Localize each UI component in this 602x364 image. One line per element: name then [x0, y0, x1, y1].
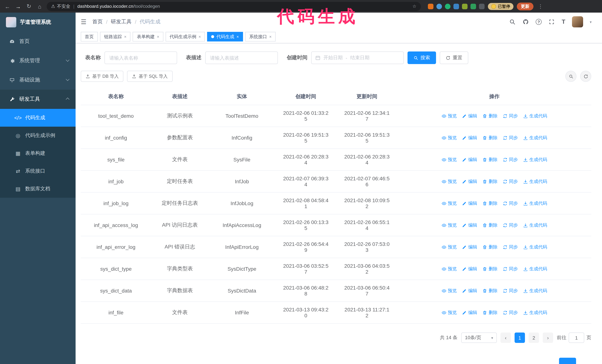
github-icon[interactable]	[522, 19, 529, 25]
preview-link[interactable]: 预览	[441, 309, 457, 316]
font-size-icon[interactable]: T	[562, 19, 565, 25]
sync-link[interactable]: 同步	[503, 200, 518, 207]
tab-codegen[interactable]: 代码生成×	[207, 32, 243, 42]
preview-link[interactable]: 预览	[441, 156, 457, 163]
generate-code-link[interactable]: 生成代码	[523, 244, 547, 250]
sync-link[interactable]: 同步	[503, 178, 518, 185]
tab-form-builder[interactable]: 表单构建×	[133, 32, 163, 42]
avatar-caret-icon[interactable]: ▾	[590, 20, 592, 24]
sync-link[interactable]: 同步	[503, 113, 518, 119]
reset-button[interactable]: 重置	[440, 52, 468, 64]
delete-link[interactable]: 删除	[482, 288, 497, 294]
not-secure-warning[interactable]: ⚠ 不安全	[51, 3, 70, 10]
close-icon[interactable]: ×	[236, 34, 239, 39]
extension-icon[interactable]	[471, 3, 476, 9]
app-logo[interactable]: 芋道管理系统	[0, 13, 75, 32]
edit-link[interactable]: 编辑	[462, 288, 477, 294]
goto-page-input[interactable]	[569, 333, 584, 343]
delete-link[interactable]: 删除	[482, 156, 497, 163]
edit-link[interactable]: 编辑	[462, 266, 477, 272]
edit-link[interactable]: 编辑	[462, 200, 477, 207]
generate-code-link[interactable]: 生成代码	[523, 113, 547, 119]
generate-code-link[interactable]: 生成代码	[523, 178, 547, 185]
generate-code-link[interactable]: 生成代码	[523, 309, 547, 316]
extension-icon[interactable]	[462, 3, 468, 9]
sidebar-item-system-management[interactable]: 系统管理	[0, 51, 75, 70]
home-icon[interactable]: ⌂	[36, 3, 43, 10]
generate-code-link[interactable]: 生成代码	[523, 135, 547, 141]
preview-link[interactable]: 预览	[441, 222, 457, 228]
preview-link[interactable]: 预览	[441, 178, 457, 185]
generate-code-link[interactable]: 生成代码	[523, 266, 547, 272]
preview-link[interactable]: 预览	[441, 200, 457, 207]
next-page-button[interactable]: ›	[543, 333, 553, 343]
preview-link[interactable]: 预览	[441, 244, 457, 250]
delete-link[interactable]: 删除	[482, 178, 497, 185]
edit-link[interactable]: 编辑	[462, 309, 477, 316]
sidebar-item-code-generation-example[interactable]: ◎ 代码生成示例	[0, 127, 75, 145]
preview-link[interactable]: 预览	[441, 113, 457, 119]
delete-link[interactable]: 删除	[482, 222, 497, 228]
preview-link[interactable]: 预览	[441, 135, 457, 141]
delete-link[interactable]: 删除	[482, 113, 497, 119]
delete-link[interactable]: 删除	[482, 200, 497, 207]
extension-icon[interactable]	[453, 3, 459, 9]
breadcrumb-dev-tools[interactable]: 研发工具	[111, 19, 131, 25]
close-icon[interactable]: ×	[199, 34, 201, 39]
user-avatar[interactable]	[572, 16, 583, 27]
table-desc-input[interactable]	[205, 52, 278, 64]
close-icon[interactable]: ×	[269, 34, 272, 39]
import-db-button[interactable]: 基于 DB 导入	[81, 71, 124, 82]
page-size-select[interactable]: 10条/页 ▾	[461, 333, 497, 343]
edit-link[interactable]: 编辑	[462, 156, 477, 163]
sync-link[interactable]: 同步	[503, 244, 518, 250]
sidebar-item-dev-tools[interactable]: 研发工具	[0, 90, 75, 109]
prev-page-button[interactable]: ‹	[501, 333, 511, 343]
edit-link[interactable]: 编辑	[462, 222, 477, 228]
page-button-1[interactable]: 1	[515, 333, 525, 343]
extension-icon[interactable]	[428, 3, 433, 9]
sync-link[interactable]: 同步	[503, 266, 518, 272]
sidebar-item-database-doc[interactable]: ▤ 数据库文档	[0, 180, 75, 198]
sync-link[interactable]: 同步	[503, 156, 518, 163]
floating-button[interactable]	[559, 358, 576, 364]
date-range-picker[interactable]: 开始日期 - 结束日期	[311, 52, 404, 64]
address-bar[interactable]: ⚠ 不安全 | dashboard.yudao.iocoder.cn/tool/…	[47, 2, 421, 11]
preview-link[interactable]: 预览	[441, 266, 457, 272]
sync-link[interactable]: 同步	[503, 135, 518, 141]
tab-codegen-example[interactable]: 代码生成示例×	[166, 32, 205, 42]
chrome-update-button[interactable]: 更新	[517, 2, 533, 10]
generate-code-link[interactable]: 生成代码	[523, 156, 547, 163]
edit-link[interactable]: 编辑	[462, 244, 477, 250]
delete-link[interactable]: 删除	[482, 309, 497, 316]
profile-paused-badge[interactable]: 已暂停	[488, 3, 514, 10]
puzzle-extension-icon[interactable]	[479, 3, 484, 9]
tab-home[interactable]: 首页	[81, 32, 98, 42]
sync-link[interactable]: 同步	[503, 222, 518, 228]
tab-trace[interactable]: 链路追踪×	[100, 32, 130, 42]
extension-icon[interactable]	[436, 3, 442, 9]
import-sql-button[interactable]: 基于 SQL 导入	[127, 71, 172, 82]
sidebar-item-home[interactable]: 首页	[0, 32, 75, 51]
edit-link[interactable]: 编辑	[462, 178, 477, 185]
generate-code-link[interactable]: 生成代码	[523, 200, 547, 207]
search-button[interactable]: 搜索	[408, 52, 436, 64]
edit-link[interactable]: 编辑	[462, 135, 477, 141]
fullscreen-icon[interactable]	[548, 19, 555, 25]
help-icon[interactable]: ?	[536, 19, 542, 25]
forward-icon[interactable]: →	[14, 3, 22, 10]
toggle-search-button[interactable]	[565, 71, 576, 82]
delete-link[interactable]: 删除	[482, 135, 497, 141]
delete-link[interactable]: 删除	[482, 244, 497, 250]
page-button-2[interactable]: 2	[529, 333, 539, 343]
back-icon[interactable]: ←	[4, 3, 11, 10]
extension-icon[interactable]	[445, 3, 451, 9]
tab-system-api[interactable]: 系统接口×	[245, 32, 276, 42]
edit-link[interactable]: 编辑	[462, 113, 477, 119]
sidebar-item-code-generation[interactable]: </> 代码生成	[0, 109, 75, 127]
sidebar-item-infrastructure[interactable]: 基础设施	[0, 70, 75, 90]
breadcrumb-home[interactable]: 首页	[92, 19, 103, 25]
sync-link[interactable]: 同步	[503, 309, 518, 316]
generate-code-link[interactable]: 生成代码	[523, 222, 547, 228]
refresh-table-button[interactable]	[580, 71, 591, 82]
